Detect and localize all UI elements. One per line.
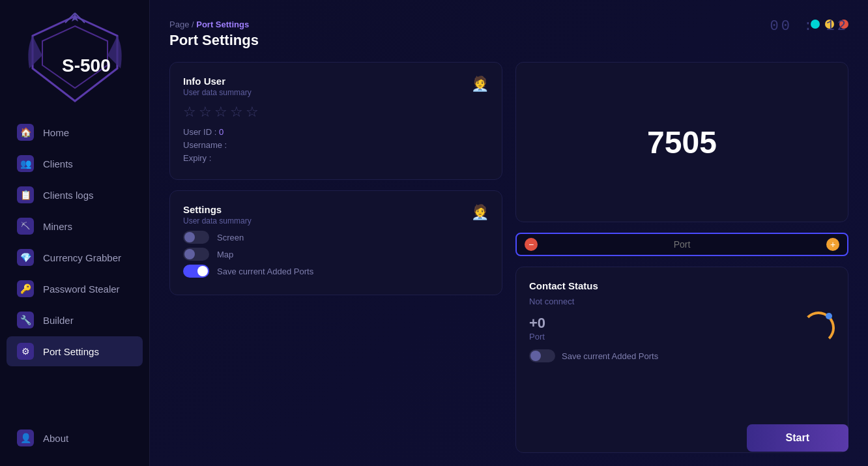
header-left: Page / Port Settings Port Settings	[169, 20, 259, 49]
sidebar-item-label: Port Settings	[43, 346, 99, 357]
map-toggle-label: Map	[217, 250, 233, 259]
sidebar-item-home[interactable]: 🏠 Home	[7, 117, 143, 147]
info-user-icon: 🧑‍💼	[471, 76, 489, 93]
sidebar-item-label: Builder	[43, 315, 74, 326]
breadcrumb: Page / Port Settings	[169, 20, 259, 29]
info-user-card: Info User User data summary 🧑‍💼 ☆ ☆ ☆ ☆ …	[169, 62, 502, 180]
settings-title: Settings	[183, 204, 252, 215]
main-content: Page / Port Settings Port Settings 00 : …	[150, 0, 868, 466]
settings-card-titles: Settings User data summary	[183, 204, 252, 226]
currency-grabber-icon: 💎	[17, 249, 34, 266]
user-id-value: 0	[219, 127, 224, 137]
save-current-toggle-label: Save current Added Ports	[562, 351, 658, 361]
port-plus-button[interactable]: +	[826, 238, 839, 251]
save-ports-toggle-label: Save current Added Ports	[217, 267, 313, 276]
svg-text:S-500: S-500	[62, 55, 111, 76]
status-count-area: +0 Port	[529, 315, 545, 342]
info-user-subtitle: User data summary	[183, 88, 252, 97]
builder-icon: 🔧	[17, 312, 34, 328]
settings-card-header: Settings User data summary 🧑‍💼	[183, 204, 489, 226]
sidebar-item-miners[interactable]: ⛏ Miners	[7, 211, 143, 241]
clients-icon: 👥	[17, 155, 34, 172]
nav-items: 🏠 Home 👥 Clients 📋 Clients logs ⛏ Miners…	[0, 117, 149, 366]
big-number-card: 7505	[515, 62, 848, 222]
save-current-toggle-knob	[530, 351, 541, 361]
sidebar-item-label: Clients logs	[43, 190, 94, 201]
contact-status-value: Not connect	[529, 297, 835, 306]
spinner-dot	[826, 313, 832, 319]
sidebar-item-builder[interactable]: 🔧 Builder	[7, 305, 143, 335]
sidebar-item-clients-logs[interactable]: 📋 Clients logs	[7, 180, 143, 210]
star-1: ☆	[183, 104, 196, 121]
info-user-card-header: Info User User data summary 🧑‍💼	[183, 76, 489, 97]
status-body: +0 Port	[529, 312, 835, 344]
timer-display: 00 : 12	[770, 18, 848, 35]
settings-subtitle: User data summary	[183, 216, 252, 226]
screen-toggle-knob	[184, 232, 195, 242]
port-number-display: 7505	[647, 63, 717, 222]
sidebar-item-password-stealer[interactable]: 🔑 Password Stealer	[7, 274, 143, 304]
info-user-card-titles: Info User User data summary	[183, 76, 252, 97]
user-id-row: User ID : 0	[183, 127, 489, 137]
save-toggle-row: Save current Added Ports	[529, 349, 835, 362]
miners-icon: ⛏	[17, 218, 34, 235]
about-label: About	[43, 433, 68, 444]
sidebar-item-currency-grabber[interactable]: 💎 Currency Grabber	[7, 242, 143, 272]
sidebar-item-label: Clients	[43, 158, 73, 169]
contact-status-title: Contact Status	[529, 280, 835, 291]
breadcrumb-current: Port Settings	[196, 20, 249, 29]
username-row: Username :	[183, 140, 489, 150]
save-ports-toggle[interactable]	[183, 265, 209, 278]
star-4: ☆	[230, 104, 243, 121]
save-ports-toggle-knob	[197, 266, 208, 276]
left-column: Info User User data summary 🧑‍💼 ☆ ☆ ☆ ☆ …	[169, 62, 502, 453]
settings-card: Settings User data summary 🧑‍💼 Screen M	[169, 190, 502, 295]
status-port-label: Port	[529, 332, 545, 342]
map-toggle-row: Map	[183, 248, 489, 261]
sidebar-item-about[interactable]: 👤 About	[7, 423, 143, 453]
stars-rating: ☆ ☆ ☆ ☆ ☆	[183, 104, 489, 121]
settings-user-icon: 🧑‍💼	[471, 204, 489, 221]
home-icon: 🏠	[17, 124, 34, 141]
loading-spinner	[802, 312, 835, 344]
port-input[interactable]	[544, 239, 820, 250]
save-ports-toggle-row: Save current Added Ports	[183, 265, 489, 278]
clients-logs-icon: 📋	[17, 186, 34, 203]
sidebar-item-label: Currency Grabber	[43, 252, 121, 263]
username-label: Username :	[183, 140, 227, 150]
page-title: Port Settings	[169, 32, 259, 49]
start-button[interactable]: Start	[747, 424, 848, 452]
screen-toggle[interactable]	[183, 231, 209, 244]
screen-toggle-label: Screen	[217, 233, 244, 242]
port-minus-button[interactable]: −	[525, 238, 538, 251]
content-area: Info User User data summary 🧑‍💼 ☆ ☆ ☆ ☆ …	[169, 62, 848, 453]
info-user-title: Info User	[183, 76, 252, 87]
sidebar-bottom: 👤 About	[0, 423, 149, 453]
map-toggle-knob	[184, 249, 195, 259]
password-stealer-icon: 🔑	[17, 280, 34, 297]
sidebar-item-label: Home	[43, 127, 69, 138]
breadcrumb-page: Page /	[169, 20, 194, 29]
screen-toggle-row: Screen	[183, 231, 489, 244]
map-toggle[interactable]	[183, 248, 209, 261]
port-settings-icon: ⚙	[17, 343, 34, 360]
minus-icon: −	[528, 239, 534, 250]
logo-area: S-500	[23, 7, 127, 111]
expiry-label: Expiry :	[183, 153, 211, 163]
user-id-label: User ID :	[183, 127, 216, 137]
plus-icon: +	[830, 239, 835, 250]
sidebar-item-port-settings[interactable]: ⚙ Port Settings	[7, 336, 143, 366]
star-5: ☆	[246, 104, 259, 121]
star-3: ☆	[214, 104, 227, 121]
sidebar-item-clients[interactable]: 👥 Clients	[7, 149, 143, 179]
about-icon: 👤	[17, 430, 34, 446]
sidebar-item-label: Password Stealer	[43, 284, 120, 295]
sidebar-item-label: Miners	[43, 221, 72, 232]
port-input-row: − +	[515, 233, 848, 256]
right-column: 7505 − + Contact Status Not connect +0	[515, 62, 848, 453]
expiry-row: Expiry :	[183, 153, 489, 163]
topbar: Page / Port Settings Port Settings	[169, 20, 848, 49]
save-current-toggle[interactable]	[529, 349, 555, 362]
sidebar: S-500 🏠 Home 👥 Clients 📋 Clients logs ⛏ …	[0, 0, 150, 466]
logo-svg: S-500	[26, 10, 124, 108]
